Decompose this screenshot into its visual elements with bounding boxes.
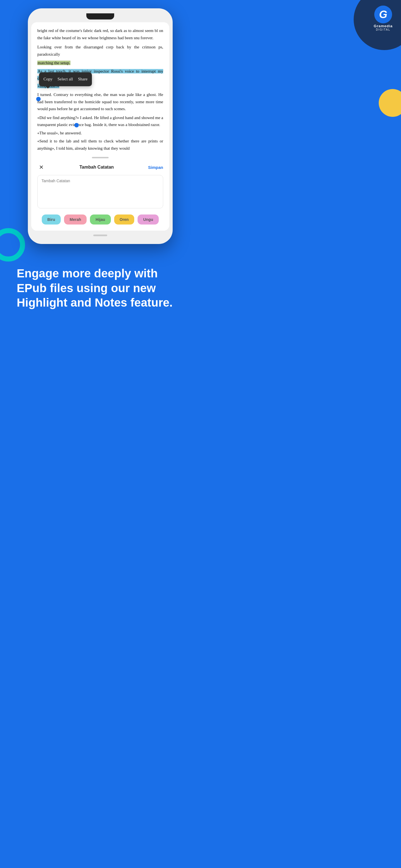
selection-handle-mid[interactable] — [74, 123, 79, 127]
color-chip-biru[interactable]: Biru — [42, 215, 61, 224]
color-chip-ungu[interactable]: Ungu — [138, 215, 159, 224]
color-chip-hijau[interactable]: Hijau — [90, 215, 111, 224]
copy-menu-item[interactable]: Copy — [44, 74, 53, 84]
note-textarea[interactable] — [37, 175, 163, 208]
sheet-header: ✕ Tambah Catatan Simpan — [37, 163, 163, 171]
phone-screen: Copy Select all Share bright red of the … — [31, 22, 169, 230]
promo-headline: Engage more deeply with EPub files using… — [17, 266, 184, 310]
scroll-indicator — [92, 157, 109, 158]
reading-area: Copy Select all Share bright red of the … — [31, 22, 169, 155]
selection-handle-left[interactable] — [36, 97, 41, 101]
reading-paragraph-6: «Did we find anything?» I asked. He lift… — [37, 114, 163, 128]
reading-paragraph-1: bright red of the costume's fabric dark … — [37, 27, 163, 41]
color-chip-oren[interactable]: Oren — [114, 215, 135, 224]
select-all-menu-item[interactable]: Select all — [58, 74, 73, 84]
phone-notch — [86, 13, 114, 20]
reading-paragraph-5: I turned. Contrary to everything else, t… — [37, 91, 163, 113]
save-button[interactable]: Simpan — [148, 165, 163, 170]
sheet-title: Tambah Catatan — [79, 165, 114, 170]
reading-paragraph-2: Looking over from the disarranged corp b… — [37, 44, 163, 58]
share-menu-item[interactable]: Share — [78, 74, 87, 84]
add-note-sheet: ✕ Tambah Catatan Simpan Biru Merah Hijau… — [31, 159, 169, 230]
phone-mockup: Copy Select all Share bright red of the … — [20, 8, 181, 244]
reading-paragraph-7: «The usual», he answered. — [37, 130, 163, 137]
phone-body: Copy Select all Share bright red of the … — [28, 8, 173, 244]
highlight-green-1: matching the setup. — [37, 61, 70, 65]
color-chip-group: Biru Merah Hijau Oren Ungu — [37, 215, 163, 224]
context-menu: Copy Select all Share — [39, 72, 92, 86]
close-button[interactable]: ✕ — [37, 163, 45, 171]
phone-home-bar — [93, 235, 107, 236]
color-chip-merah[interactable]: Merah — [64, 215, 87, 224]
reading-paragraph-8: «Send it to the lab and tell them to che… — [37, 138, 163, 152]
promo-section: Engage more deeply with EPub files using… — [0, 244, 200, 338]
reading-paragraph-highlight: matching the setup. — [37, 60, 163, 67]
